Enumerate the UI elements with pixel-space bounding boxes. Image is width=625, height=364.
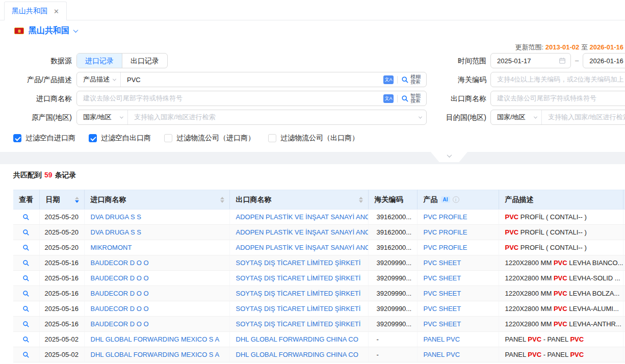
hs-code-placeholder: 支持4位以上海关编码，或2位海关编码加上 bbox=[491, 75, 625, 84]
tab-montenegro[interactable]: 黑山共和国 ✕ bbox=[4, 2, 67, 20]
exporter-link[interactable]: SOYTAŞ DIŞ TİCARET LİMİTED ŞİRKETİ bbox=[236, 274, 361, 282]
view-record-button[interactable] bbox=[13, 225, 39, 240]
product-link[interactable]: PVC SHEET bbox=[424, 290, 461, 297]
view-record-button[interactable] bbox=[13, 347, 39, 362]
magnifier-icon bbox=[22, 244, 30, 251]
exporter-input[interactable]: 建议去除公司尾部字符或特殊符号 bbox=[490, 91, 625, 106]
product-link[interactable]: PANEL PVC bbox=[424, 351, 460, 358]
importer-input[interactable]: 建议去除公司尾部字符或特殊符号 bbox=[77, 94, 383, 103]
time-range-end-input[interactable]: 2026-01-16 bbox=[583, 53, 625, 68]
checkbox-filter-logistics-importer[interactable]: 过滤物流公司（进口商） bbox=[164, 134, 255, 143]
origin-input[interactable]: 支持输入国家/地区进行检索 bbox=[128, 113, 419, 122]
view-record-button[interactable] bbox=[13, 286, 39, 301]
view-record-button[interactable] bbox=[13, 332, 39, 347]
importer-link[interactable]: DHL GLOBAL FORWARDING MEXICO S A bbox=[91, 351, 220, 358]
exporter-link[interactable]: ADOPEN PLASTİK VE İNŞAAT SANAYİ ANO... bbox=[236, 244, 369, 251]
view-record-button[interactable] bbox=[13, 210, 39, 225]
filler-cell bbox=[623, 317, 625, 332]
column-header-exporter[interactable]: 出口商名称 bbox=[229, 190, 368, 210]
tab-import-records[interactable]: 进口记录 bbox=[77, 54, 122, 68]
tab-export-records[interactable]: 出口记录 bbox=[122, 54, 167, 68]
importer-link[interactable]: DHL GLOBAL FORWARDING MEXICO S A bbox=[91, 335, 220, 343]
product-link[interactable]: PANEL PVC bbox=[424, 335, 460, 343]
product-link[interactable]: PVC SHEET bbox=[424, 259, 461, 267]
exporter-link[interactable]: DHL GLOBAL FORWARDING CHINA CO bbox=[236, 351, 358, 358]
description-cell: 1220X2800 MM PVC LEVHA BIANCO... bbox=[499, 255, 623, 271]
close-icon[interactable]: ✕ bbox=[54, 8, 59, 15]
checkbox-filter-logistics-exporter[interactable]: 过滤物流公司（出口商） bbox=[268, 134, 359, 143]
exporter-link[interactable]: ADOPEN PLASTİK VE İNŞAAT SANAYİ ANO... bbox=[236, 228, 369, 236]
filter-panel: 黑山共和国 更新范围: 2013-01-02 至 2026-01-16 数据源 … bbox=[0, 20, 625, 152]
importer-link[interactable]: BAUDECOR D O O bbox=[91, 274, 149, 282]
smart-search-button[interactable]: 智能搜索 bbox=[401, 93, 422, 103]
description-cell: 1220X2800 MM PVC LEVHA BOLZA... bbox=[499, 286, 623, 301]
origin-type-select[interactable]: 国家/地区 bbox=[77, 110, 128, 124]
importer-link[interactable]: BAUDECOR D O O bbox=[91, 305, 149, 313]
checkbox-filter-blank-exporter[interactable]: 过滤空白出口商 bbox=[89, 134, 151, 143]
view-record-button[interactable] bbox=[13, 255, 39, 271]
importer-link[interactable]: BAUDECOR D O O bbox=[91, 320, 149, 328]
importer-label: 进口商名称 bbox=[0, 91, 72, 106]
exporter-link[interactable]: ADOPEN PLASTİK VE İNŞAAT SANAYİ ANO... bbox=[236, 213, 369, 221]
product-type-select[interactable]: 产品描述 bbox=[77, 72, 121, 87]
origin-type-value: 国家/地区 bbox=[83, 113, 112, 122]
tab-label: 黑山共和国 bbox=[12, 7, 47, 16]
country-selector[interactable]: 黑山共和国 bbox=[14, 25, 77, 36]
column-label: 日期 bbox=[46, 195, 60, 204]
destination-input[interactable]: 支持输入国家/地区进行检索 bbox=[542, 113, 625, 122]
exporter-link[interactable]: DHL GLOBAL FORWARDING CHINA CO bbox=[236, 335, 358, 343]
importer-link[interactable]: DVA DRUGA S S bbox=[91, 213, 141, 221]
translate-icon[interactable]: 文A bbox=[383, 94, 394, 103]
exporter-link[interactable]: SOYTAŞ DIŞ TİCARET LİMİTED ŞİRKETİ bbox=[236, 290, 361, 297]
time-range-label: 时间范围 bbox=[419, 53, 486, 68]
product-link[interactable]: PVC PROFILE bbox=[424, 228, 467, 236]
collapse-filters-button[interactable] bbox=[431, 152, 467, 162]
info-icon[interactable] bbox=[453, 196, 459, 203]
update-range-start: 2013-01-02 bbox=[545, 43, 580, 51]
time-range-start-input[interactable]: 2025-01-17 bbox=[490, 53, 571, 68]
view-record-button[interactable] bbox=[13, 240, 39, 255]
importer-link[interactable]: DVA DRUGA S S bbox=[91, 228, 141, 236]
summary-suffix: 条记录 bbox=[55, 171, 76, 179]
sort-icons[interactable] bbox=[220, 197, 224, 203]
exporter-link[interactable]: SOYTAŞ DIŞ TİCARET LİMİTED ŞİRKETİ bbox=[236, 259, 361, 267]
magnifier-icon bbox=[22, 336, 30, 343]
product-link[interactable]: PVC PROFILE bbox=[424, 244, 467, 251]
product-link[interactable]: PVC SHEET bbox=[424, 305, 461, 313]
product-link[interactable]: PVC SHEET bbox=[424, 274, 461, 282]
sort-icons[interactable] bbox=[359, 197, 363, 203]
checkbox-icon bbox=[89, 134, 97, 142]
filler-cell bbox=[623, 240, 625, 255]
view-record-button[interactable] bbox=[13, 271, 39, 286]
app-screen: 黑山共和国 ✕ 黑山共和国 更新范围: 2013-01-02 至 2026-01… bbox=[0, 0, 625, 364]
magnifier-icon bbox=[22, 351, 30, 358]
column-header-date[interactable]: 日期 bbox=[39, 190, 84, 210]
sort-icons[interactable] bbox=[75, 197, 79, 203]
hs-code-input[interactable]: 支持4位以上海关编码，或2位海关编码加上 bbox=[490, 72, 625, 87]
product-link[interactable]: PVC PROFILE bbox=[424, 213, 467, 221]
montenegro-flag-icon bbox=[14, 28, 24, 34]
importer-link[interactable]: MIKROMONT bbox=[91, 244, 132, 251]
destination-type-select[interactable]: 国家/地区 bbox=[491, 110, 542, 124]
checkbox-filter-blank-importer[interactable]: 过滤空白进口商 bbox=[13, 134, 75, 143]
table-row: 2025-05-20 DVA DRUGA S S ADOPEN PLASTİK … bbox=[13, 225, 625, 240]
translate-icon[interactable]: 文A bbox=[383, 75, 394, 84]
time-range-start-value: 2025-01-17 bbox=[491, 57, 559, 65]
results-count: 59 bbox=[44, 171, 53, 179]
importer-input-group: 建议去除公司尾部字符或特殊符号 文A 智能搜索 bbox=[76, 91, 427, 106]
exporter-link[interactable]: SOYTAŞ DIŞ TİCARET LİMİTED ŞİRKETİ bbox=[236, 320, 361, 328]
exporter-link[interactable]: SOYTAŞ DIŞ TİCARET LİMİTED ŞİRKETİ bbox=[236, 305, 361, 313]
column-header-importer[interactable]: 进口商名称 bbox=[84, 190, 229, 210]
view-record-button[interactable] bbox=[13, 301, 39, 317]
fuzzy-search-button[interactable]: 模糊搜索 bbox=[401, 74, 422, 85]
chevron-down-icon bbox=[120, 115, 123, 118]
product-link[interactable]: PVC SHEET bbox=[424, 320, 461, 328]
filler-cell bbox=[623, 255, 625, 271]
table-header-row: 查看 日期 进口商名称 出口商名称 海关编码 bbox=[13, 190, 625, 210]
table-row: 2025-05-02 DHL GLOBAL FORWARDING MEXICO … bbox=[13, 332, 625, 347]
importer-link[interactable]: BAUDECOR D O O bbox=[91, 259, 149, 267]
importer-link[interactable]: BAUDECOR D O O bbox=[91, 290, 149, 297]
update-range-to: 至 bbox=[581, 43, 588, 51]
product-search-input[interactable]: PVC bbox=[121, 76, 383, 84]
view-record-button[interactable] bbox=[13, 317, 39, 332]
